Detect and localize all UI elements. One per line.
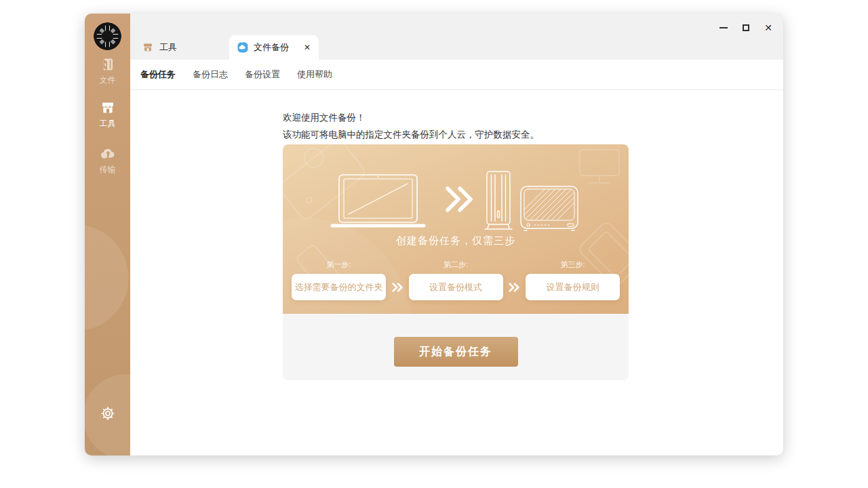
settings-button[interactable] — [85, 405, 130, 422]
avatar-image — [94, 22, 121, 50]
tower-device-drawing — [485, 171, 512, 229]
sidebar: 文件 工具 传输 — [85, 14, 130, 455]
step-1: 第一步: 选择需要备份的文件夹 — [292, 260, 386, 300]
laptop-drawing — [332, 175, 424, 226]
subnav-item-help[interactable]: 使用帮助 — [297, 68, 332, 81]
step-3-label: 第三步: — [560, 260, 585, 268]
sidebar-item-label: 工具 — [100, 118, 116, 129]
close-button[interactable]: ✕ — [764, 23, 772, 33]
step-3-box[interactable]: 设置备份规则 — [526, 274, 620, 300]
step-chevron-icon — [386, 274, 409, 300]
maximize-button[interactable] — [743, 23, 749, 33]
app-window: 文件 工具 传输 — [85, 14, 783, 455]
transfer-cloud-icon — [100, 146, 116, 161]
backup-intro-card: 创建备份任务，仅需三步 第一步: 选择需要备份的文件夹 — [283, 144, 629, 380]
main-column: 工具 文件备份 ✕ ✕ 备份任务 备份日志 — [130, 14, 783, 455]
arrow-chevrons — [448, 188, 471, 210]
step-2-box[interactable]: 设置备份模式 — [409, 274, 503, 300]
subnav: 备份任务 备份日志 备份设置 使用帮助 — [130, 60, 783, 90]
banner-caption: 创建备份任务，仅需三步 — [283, 235, 629, 247]
subnav-item-backup-settings[interactable]: 备份设置 — [245, 68, 280, 81]
sidebar-item-files[interactable]: 文件 — [85, 57, 130, 86]
avatar[interactable] — [94, 22, 121, 50]
store-tab-icon — [142, 42, 153, 53]
minimize-button[interactable] — [719, 23, 728, 33]
tab-close-icon[interactable]: ✕ — [304, 43, 311, 52]
files-icon — [100, 57, 115, 72]
screenshot-stage: 文件 工具 传输 — [0, 0, 868, 488]
tab-tools[interactable]: 工具 — [142, 39, 177, 56]
step-2-label: 第二步: — [443, 260, 468, 268]
sidebar-item-label: 传输 — [100, 164, 116, 176]
step-1-box[interactable]: 选择需要备份的文件夹 — [292, 274, 386, 300]
titlebar: 工具 文件备份 ✕ ✕ — [130, 14, 783, 60]
step-3: 第三步: 设置备份规则 — [526, 260, 620, 300]
step-1-label: 第一步: — [326, 260, 351, 268]
banner: 创建备份任务，仅需三步 第一步: 选择需要备份的文件夹 — [283, 144, 629, 314]
welcome-subtitle: 该功能可将电脑中的指定文件夹备份到个人云，守护数据安全。 — [283, 126, 539, 143]
start-backup-button[interactable]: 开始备份任务 — [394, 337, 518, 367]
tab-label: 文件备份 — [254, 41, 298, 54]
sidebar-item-transfer[interactable]: 传输 — [85, 146, 130, 176]
window-controls: ✕ — [719, 23, 772, 33]
tab-label: 工具 — [159, 41, 177, 54]
subnav-item-backup-tasks[interactable]: 备份任务 — [140, 68, 176, 81]
sidebar-item-label: 文件 — [100, 75, 116, 86]
backup-illustration — [283, 166, 629, 234]
content-area: 欢迎使用文件备份！ 该功能可将电脑中的指定文件夹备份到个人云，守护数据安全。 — [130, 90, 783, 455]
tab-file-backup[interactable]: 文件备份 ✕ — [229, 35, 319, 60]
subnav-item-backup-logs[interactable]: 备份日志 — [193, 68, 228, 81]
welcome-title: 欢迎使用文件备份！ — [283, 109, 539, 126]
step-chevron-icon — [503, 274, 526, 300]
store-icon — [100, 100, 115, 115]
nas-device-drawing — [513, 186, 591, 230]
steps-row: 第一步: 选择需要备份的文件夹 第二步: 设置备份模式 — [283, 260, 629, 300]
step-2: 第二步: 设置备份模式 — [409, 260, 503, 300]
action-panel: 开始备份任务 — [283, 314, 629, 380]
sidebar-item-tools[interactable]: 工具 — [85, 100, 130, 129]
welcome-block: 欢迎使用文件备份！ 该功能可将电脑中的指定文件夹备份到个人云，守护数据安全。 — [283, 109, 539, 143]
gear-icon — [100, 405, 116, 422]
file-backup-tab-icon — [237, 42, 248, 53]
